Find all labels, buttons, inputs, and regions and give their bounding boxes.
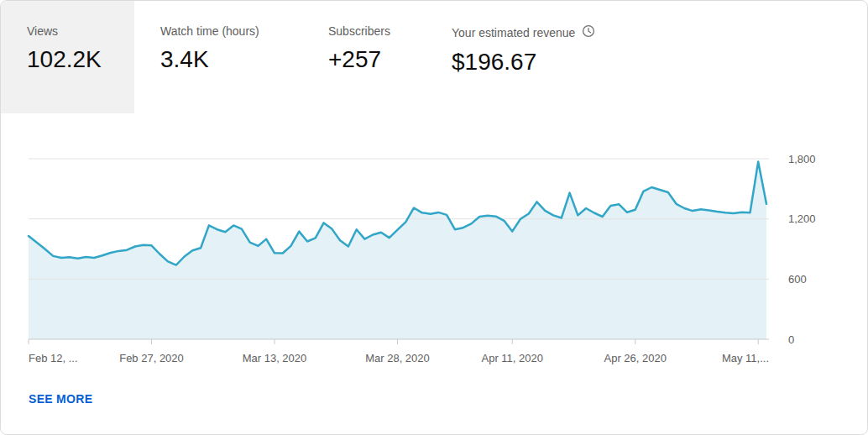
metric-label: Subscribers bbox=[328, 24, 426, 38]
metric-value: 102.2K bbox=[27, 45, 134, 74]
tab-estimated-revenue[interactable]: Your estimated revenue $196.67 bbox=[426, 1, 635, 113]
metric-label: Your estimated revenue bbox=[452, 26, 575, 39]
y-axis-label: 1,200 bbox=[788, 212, 816, 225]
tab-views[interactable]: Views 102.2K bbox=[1, 1, 134, 113]
x-axis-label: May 11,... bbox=[722, 352, 769, 364]
x-axis-label: Feb 27, 2020 bbox=[119, 352, 184, 364]
y-axis-label: 1,800 bbox=[788, 153, 816, 165]
tab-watch-time[interactable]: Watch time (hours) 3.4K bbox=[134, 1, 302, 113]
metric-value: +257 bbox=[328, 45, 426, 74]
metric-tabs: Views 102.2K Watch time (hours) 3.4K Sub… bbox=[1, 1, 635, 113]
x-axis-label: Apr 11, 2020 bbox=[481, 352, 542, 364]
metric-value: $196.67 bbox=[452, 48, 635, 76]
metric-label: Views bbox=[27, 24, 134, 38]
clock-icon[interactable] bbox=[582, 24, 595, 40]
see-more-link[interactable]: SEE MORE bbox=[29, 392, 92, 406]
x-axis-label: Apr 26, 2020 bbox=[604, 352, 667, 364]
tab-subscribers[interactable]: Subscribers +257 bbox=[302, 1, 426, 113]
y-axis-label: 0 bbox=[788, 333, 794, 346]
metric-value: 3.4K bbox=[160, 45, 302, 74]
y-axis-label: 600 bbox=[788, 273, 807, 286]
analytics-summary-card: Views 102.2K Watch time (hours) 3.4K Sub… bbox=[0, 0, 868, 435]
x-axis-label: Mar 13, 2020 bbox=[243, 352, 307, 364]
metric-label: Watch time (hours) bbox=[160, 24, 302, 38]
x-axis-label: Feb 12, ... bbox=[29, 352, 78, 364]
x-axis-label: Mar 28, 2020 bbox=[365, 352, 430, 364]
